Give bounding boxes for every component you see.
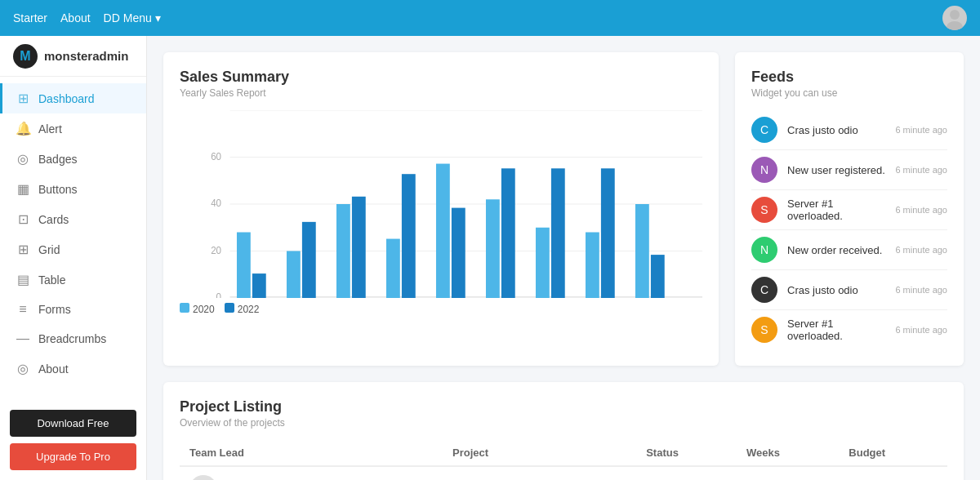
- table-icon: ▤: [16, 272, 30, 287]
- nav-link-ddmenu[interactable]: DD Menu ▾: [104, 11, 161, 24]
- sidebar-item-label-dashboard: Dashboard: [38, 92, 95, 105]
- team-avatar-0: [189, 475, 217, 480]
- feed-item-3: S Server #1 overloaded. 6 minute ago: [751, 190, 947, 230]
- feed-text-4: New order received.: [787, 244, 889, 256]
- bar-mar-2020: [336, 204, 350, 298]
- feeds-subtitle: Widget you can use: [751, 87, 947, 99]
- bar-jun-2020: [486, 199, 500, 298]
- feed-text-6: Server #1 overloaded.: [787, 318, 889, 342]
- feeds-list: C Cras justo odio 6 minute ago N New use…: [751, 110, 947, 349]
- project-budget-0: 95K: [839, 466, 947, 480]
- feed-text-5: Cras justo odio: [787, 284, 889, 296]
- feed-time-5: 6 minute ago: [895, 285, 947, 295]
- sidebar-buttons: Download Free Upgrade To Pro: [0, 400, 146, 480]
- logo-text: monsteradmin: [44, 49, 128, 63]
- download-free-button[interactable]: Download Free: [10, 410, 136, 437]
- forms-icon: ≡: [16, 302, 30, 317]
- feed-text-1: Cras justo odio: [787, 124, 889, 136]
- bar-feb-2022: [302, 222, 316, 298]
- sidebar-item-badges[interactable]: ◎Badges: [0, 144, 146, 174]
- project-table-body: Jonathan Gover hgover@gmail.com Flexy Re…: [180, 466, 947, 480]
- bar-jan-2022: [252, 273, 266, 298]
- sidebar-item-buttons[interactable]: ▦Buttons: [0, 174, 146, 204]
- col-budget: Budget: [839, 440, 947, 466]
- sidebar-item-grid[interactable]: ⊞Grid: [0, 234, 146, 264]
- sidebar-item-label-alert: Alert: [38, 122, 62, 136]
- team-lead-cell-0: Jonathan Gover hgover@gmail.com: [180, 466, 443, 480]
- buttons-icon: ▦: [16, 181, 30, 197]
- feed-icon-5: C: [751, 277, 777, 303]
- bar-sep-2022: [651, 255, 665, 298]
- cards-icon: ⊡: [16, 211, 30, 227]
- bar-jul-2022: [551, 168, 565, 298]
- upgrade-to-pro-button[interactable]: Upgrade To Pro: [10, 443, 136, 470]
- feed-icon-1: C: [751, 117, 777, 143]
- feed-item-2: N New user registered. 6 minute ago: [751, 150, 947, 190]
- legend-dot-2022: [225, 303, 234, 313]
- bar-may-2020: [436, 164, 450, 298]
- sales-summary-card: Sales Summary Yearly Sales Report 0 20 4…: [163, 52, 719, 366]
- svg-text:60: 60: [211, 150, 221, 162]
- sales-title: Sales Summary: [180, 69, 702, 86]
- alert-icon: 🔔: [16, 121, 30, 136]
- sidebar-item-dashboard[interactable]: ⊞Dashboard: [0, 83, 146, 113]
- feed-time-2: 6 minute ago: [895, 165, 947, 175]
- project-table: Team LeadProjectStatusWeeksBudget Jonath…: [180, 440, 947, 480]
- bar-jan-2020: [237, 233, 251, 299]
- sidebar-item-breadcrumbs[interactable]: —Breadcrumbs: [0, 324, 146, 353]
- table-row: Jonathan Gover hgover@gmail.com Flexy Re…: [180, 466, 947, 480]
- feeds-card: Feeds Widget you can use C Cras justo od…: [735, 52, 964, 366]
- sidebar-item-cards[interactable]: ⊡Cards: [0, 204, 146, 234]
- svg-point-0: [950, 10, 960, 20]
- project-weeks-0: 35: [737, 466, 839, 480]
- sidebar-logo: M monsteradmin: [0, 36, 146, 77]
- badges-icon: ◎: [16, 151, 30, 167]
- top-content-row: Sales Summary Yearly Sales Report 0 20 4…: [163, 52, 964, 366]
- bar-apr-2020: [386, 239, 400, 298]
- sidebar-item-alert[interactable]: 🔔Alert: [0, 113, 146, 144]
- feed-text-3: Server #1 overloaded.: [787, 198, 889, 222]
- sidebar-item-label-badges: Badges: [38, 153, 77, 166]
- feed-time-4: 6 minute ago: [895, 245, 947, 255]
- chart-legend: 2020 2022: [180, 303, 702, 315]
- about-icon: ◎: [16, 361, 30, 376]
- bar-jul-2020: [536, 228, 550, 298]
- top-nav: Starter About DD Menu ▾: [0, 0, 980, 36]
- bar-aug-2022: [601, 168, 615, 298]
- sidebar-item-label-breadcrumbs: Breadcrumbs: [38, 332, 106, 345]
- col-status: Status: [636, 440, 737, 466]
- svg-point-1: [947, 21, 963, 30]
- feed-time-3: 6 minute ago: [895, 205, 947, 215]
- sidebar-item-label-grid: Grid: [38, 243, 60, 256]
- project-name-0: Flexy React: [443, 466, 636, 480]
- bar-sep-2020: [635, 204, 649, 298]
- chart-area: 0 20 40 60: [180, 110, 702, 298]
- sidebar-item-label-forms: Forms: [38, 303, 71, 316]
- project-listing-card: Project Listing Overview of the projects…: [163, 382, 964, 480]
- sidebar-item-label-buttons: Buttons: [38, 183, 77, 196]
- feed-item-5: C Cras justo odio 6 minute ago: [751, 270, 947, 310]
- bar-apr-2022: [402, 174, 416, 298]
- col-team-lead: Team Lead: [180, 440, 443, 466]
- bar-feb-2020: [287, 251, 301, 299]
- svg-text:0: 0: [216, 291, 222, 298]
- bar-chart: 0 20 40 60: [204, 110, 702, 298]
- bar-may-2022: [452, 208, 466, 298]
- sidebar-item-table[interactable]: ▤Table: [0, 264, 146, 295]
- sidebar-item-forms[interactable]: ≡Forms: [0, 295, 146, 324]
- legend-label-2022: 2022: [238, 304, 260, 315]
- nav-link-about[interactable]: About: [60, 11, 91, 24]
- feed-time-6: 6 minute ago: [895, 325, 947, 335]
- project-status-0: [636, 466, 737, 480]
- sales-subtitle: Yearly Sales Report: [180, 87, 702, 99]
- svg-text:20: 20: [211, 244, 221, 256]
- sidebar-item-about[interactable]: ◎About: [0, 353, 146, 384]
- feed-icon-2: N: [751, 157, 777, 183]
- nav-link-starter[interactable]: Starter: [13, 11, 47, 24]
- project-subtitle: Overview of the projects: [180, 417, 947, 429]
- col-weeks: Weeks: [737, 440, 839, 466]
- user-avatar[interactable]: [942, 6, 967, 30]
- legend-dot-2020: [180, 303, 189, 313]
- feed-text-2: New user registered.: [787, 164, 889, 176]
- main-content: Sales Summary Yearly Sales Report 0 20 4…: [147, 36, 980, 480]
